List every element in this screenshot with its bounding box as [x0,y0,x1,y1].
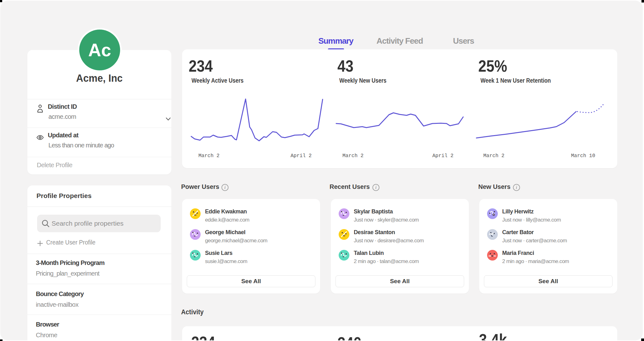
svg-text:i: i [375,185,377,190]
svg-text:i: i [516,185,517,190]
svg-text:i: i [225,185,226,190]
